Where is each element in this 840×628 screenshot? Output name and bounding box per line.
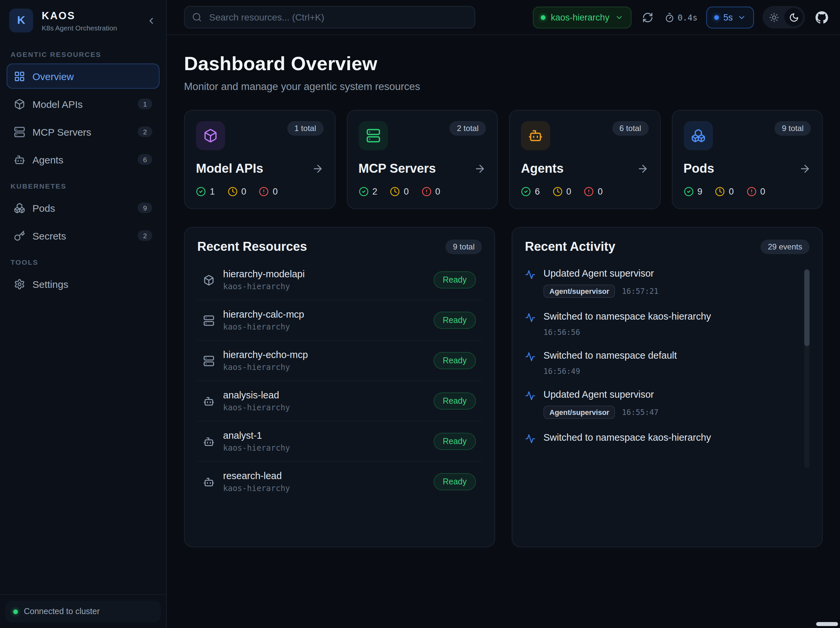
alert-circle-icon (421, 186, 431, 197)
resource-row[interactable]: hierarchy-modelapi kaos-hierarchy Ready (197, 260, 482, 300)
search-input[interactable] (184, 6, 475, 28)
check-circle-icon (684, 186, 693, 197)
alert-circle-icon (259, 186, 269, 197)
arrow-right-icon (474, 163, 486, 175)
resource-namespace: kaos-hierarchy (223, 403, 290, 412)
activity-scrollbar-thumb[interactable] (804, 269, 810, 346)
search-container (184, 6, 475, 28)
resource-namespace: kaos-hierarchy (223, 282, 305, 291)
resource-namespace: kaos-hierarchy (223, 443, 290, 453)
server-icon (203, 355, 215, 366)
resource-row[interactable]: hierarchy-echo-mcp kaos-hierarchy Ready (197, 341, 482, 381)
sidebar-item-overview[interactable]: Overview (6, 63, 159, 89)
model-apis-tile (196, 121, 225, 150)
total-badge: 9 total (775, 121, 811, 136)
status-badge: Ready (434, 393, 476, 410)
ready-count: 1 (210, 186, 215, 197)
pending-count: 0 (404, 186, 409, 197)
arrow-right-icon (636, 163, 648, 175)
chevron-down-icon (614, 13, 623, 22)
sun-icon (769, 12, 779, 22)
event-text: Updated Agent supervisor (543, 389, 658, 400)
sidebar-item-label: MCP Servers (32, 126, 92, 137)
section-label-tools: TOOLS (0, 248, 166, 271)
resource-row[interactable]: research-lead kaos-hierarchy Ready (197, 462, 482, 502)
sidebar-item-model-apis[interactable]: Model APIs 1 (6, 92, 159, 117)
events-count-badge: 29 events (761, 240, 810, 254)
page-title: Dashboard Overview (184, 53, 823, 75)
resource-name: analyst-1 (223, 430, 290, 441)
recent-activity-panel: Recent Activity 29 events Updated Agent … (512, 227, 823, 547)
box-icon (14, 98, 25, 109)
status-badge: Ready (434, 433, 476, 450)
activity-scrollbar (804, 269, 810, 468)
event-text: Updated Agent supervisor (543, 268, 658, 279)
stat-card-mcp-servers[interactable]: 2 total MCP Servers 2 0 0 (347, 110, 498, 209)
activity-scroll-area: Updated Agent supervisor Agent/superviso… (525, 268, 810, 470)
horizontal-scrollbar-thumb[interactable] (816, 622, 838, 626)
ready-count: 9 (697, 186, 702, 197)
refresh-icon (642, 12, 653, 23)
gear-icon (14, 278, 25, 290)
total-badge: 6 total (612, 121, 648, 136)
clock-icon (553, 186, 562, 197)
namespace-status-dot (541, 15, 545, 19)
sidebar-item-mcp-servers[interactable]: MCP Servers 2 (6, 119, 159, 144)
boxes-icon (14, 202, 25, 213)
status-badge: Ready (434, 312, 476, 329)
sidebar-collapse-button[interactable] (144, 13, 158, 28)
timer-icon (664, 12, 674, 22)
sidebar-item-count: 6 (138, 154, 152, 165)
github-icon (815, 11, 828, 24)
sidebar-item-count: 1 (138, 99, 152, 109)
activity-icon (525, 351, 535, 362)
activity-icon (525, 312, 535, 323)
app-subtitle: K8s Agent Orchestration (42, 24, 117, 32)
event-time: 16:56:56 (543, 328, 580, 337)
activity-event: Updated Agent supervisor Agent/superviso… (525, 268, 792, 298)
event-text: Switched to namespace kaos-hierarchy (543, 311, 711, 322)
stat-card-pods[interactable]: 9 total Pods 9 0 0 (671, 110, 823, 209)
refresh-button[interactable] (640, 9, 656, 25)
activity-event: Updated Agent supervisor Agent/superviso… (525, 389, 792, 419)
clock-icon (227, 186, 237, 197)
github-button[interactable] (813, 9, 829, 25)
resource-row[interactable]: hierarchy-calc-mcp kaos-hierarchy Ready (197, 300, 482, 341)
check-circle-icon (196, 186, 206, 197)
interval-dot (714, 15, 718, 19)
sidebar-item-secrets[interactable]: Secrets 2 (6, 223, 159, 248)
refresh-interval-selector[interactable]: 5s (706, 6, 754, 28)
status-badge: Ready (434, 473, 476, 490)
sidebar-item-pods[interactable]: Pods 9 (6, 195, 159, 220)
sidebar-item-settings[interactable]: Settings (6, 271, 159, 297)
pending-count: 0 (729, 186, 734, 197)
stat-card-model-apis[interactable]: 1 total Model APIs 1 0 0 (184, 110, 335, 209)
mcp-servers-tile (358, 121, 388, 150)
load-time-value: 0.4s (677, 12, 697, 22)
namespace-value: kaos-hierarchy (551, 12, 609, 22)
stat-card-agents[interactable]: 6 total Agents 6 0 0 (509, 110, 660, 209)
activity-icon (525, 269, 535, 280)
box-icon (203, 274, 215, 286)
sidebar-item-label: Settings (32, 278, 68, 290)
event-tag: Agent/supervisor (543, 406, 615, 419)
namespace-selector[interactable]: kaos-hierarchy (533, 6, 631, 28)
panel-title: Recent Activity (525, 240, 615, 254)
cluster-status-text: Connected to cluster (24, 607, 99, 616)
recent-resources-panel: Recent Resources 9 total hierarchy-model… (184, 227, 495, 547)
resource-row[interactable]: analyst-1 kaos-hierarchy Ready (197, 421, 482, 462)
event-text: Switched to namespace kaos-hierarchy (543, 432, 711, 443)
ready-count: 2 (372, 186, 377, 197)
activity-icon (525, 390, 535, 401)
sidebar: K KAOS K8s Agent Orchestration AGENTIC R… (0, 0, 167, 628)
arrow-right-icon (799, 163, 811, 175)
resource-row[interactable]: analysis-lead kaos-hierarchy Ready (197, 381, 482, 421)
status-dot (13, 609, 18, 614)
status-badge: Ready (434, 352, 476, 369)
light-theme-button[interactable] (764, 8, 783, 27)
main-area: kaos-hierarchy 0.4s 5s (167, 0, 840, 628)
sidebar-item-agents[interactable]: Agents 6 (6, 147, 159, 172)
interval-value: 5s (723, 12, 733, 22)
event-time: 16:56:49 (543, 367, 580, 376)
dark-theme-button[interactable] (785, 8, 803, 27)
